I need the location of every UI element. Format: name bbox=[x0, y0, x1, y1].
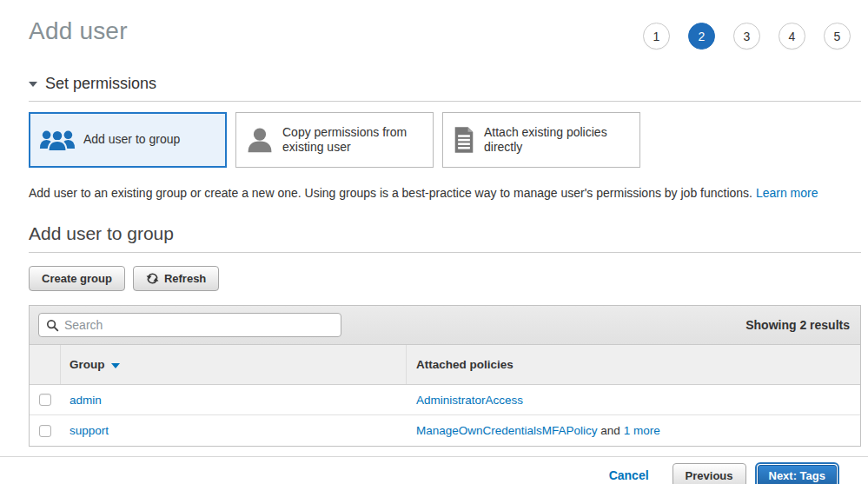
policies-cell: AdministratorAccess bbox=[407, 394, 860, 407]
section-description: Add user to an existing group or create … bbox=[29, 186, 839, 200]
learn-more-link[interactable]: Learn more bbox=[756, 186, 818, 200]
table-row-admin: admin AdministratorAccess bbox=[30, 385, 860, 415]
description-text: Add user to an existing group or create … bbox=[29, 186, 756, 200]
results-count: Showing 2 results bbox=[745, 318, 851, 332]
refresh-label: Refresh bbox=[164, 272, 206, 285]
next-tags-button-face: Next: Tags bbox=[758, 465, 838, 484]
table-filter-bar: Showing 2 results bbox=[30, 306, 860, 345]
row-checkbox[interactable] bbox=[39, 394, 51, 406]
refresh-button[interactable]: Refresh bbox=[133, 266, 219, 291]
table-header-row: Group Attached policies bbox=[30, 345, 860, 385]
policies-column-header: Attached policies bbox=[407, 345, 860, 384]
policies-joiner: and bbox=[598, 424, 624, 437]
group-actions: Create group Refresh bbox=[29, 266, 868, 291]
policy-link[interactable]: AdministratorAccess bbox=[416, 394, 523, 407]
create-group-button[interactable]: Create group bbox=[29, 266, 125, 291]
policies-column-label: Attached policies bbox=[416, 358, 514, 371]
previous-button[interactable]: Previous bbox=[673, 463, 746, 484]
group-column-label: Group bbox=[70, 358, 105, 371]
previous-label: Previous bbox=[686, 469, 733, 482]
row-checkbox-cell bbox=[30, 394, 61, 406]
cancel-link[interactable]: Cancel bbox=[609, 468, 649, 482]
row-checkbox[interactable] bbox=[39, 425, 51, 437]
option-label: Add user to group bbox=[83, 132, 180, 148]
group-cell: admin bbox=[61, 394, 407, 407]
page-title: Add user bbox=[29, 14, 128, 45]
refresh-icon bbox=[146, 272, 159, 285]
step-3: 3 bbox=[733, 23, 760, 50]
divider bbox=[29, 101, 861, 102]
option-copy-permissions[interactable]: Copy permissions from existing user bbox=[235, 112, 434, 168]
row-checkbox-cell bbox=[30, 425, 61, 437]
collapse-caret-icon bbox=[29, 82, 37, 87]
add-user-to-group-heading: Add user to group bbox=[29, 223, 868, 244]
search-input[interactable] bbox=[64, 314, 341, 336]
group-link[interactable]: admin bbox=[70, 394, 102, 407]
group-link[interactable]: support bbox=[70, 424, 109, 437]
more-policies-link[interactable]: 1 more bbox=[624, 424, 660, 437]
group-cell: support bbox=[61, 424, 407, 437]
wizard-footer: Cancel Previous Next: Tags bbox=[0, 457, 868, 484]
table-row-support: support ManageOwnCredentialsMFAPolicy an… bbox=[30, 415, 860, 446]
step-1: 1 bbox=[643, 23, 670, 50]
create-group-label: Create group bbox=[42, 272, 112, 285]
step-indicator: 1 2 3 4 5 bbox=[643, 14, 851, 50]
option-attach-policies[interactable]: Attach existing policies directly bbox=[442, 112, 640, 168]
option-label: Copy permissions from existing user bbox=[282, 125, 424, 156]
search-box[interactable] bbox=[38, 313, 341, 337]
user-group-icon bbox=[39, 127, 76, 154]
sort-desc-icon bbox=[111, 363, 120, 368]
policies-cell: ManageOwnCredentialsMFAPolicy and 1 more bbox=[407, 424, 860, 437]
search-icon bbox=[46, 319, 59, 332]
user-icon bbox=[245, 125, 275, 155]
divider bbox=[29, 252, 861, 253]
set-permissions-toggle[interactable]: Set permissions bbox=[29, 75, 868, 93]
option-add-user-to-group[interactable]: Add user to group bbox=[29, 112, 227, 168]
next-tags-button[interactable]: Next: Tags bbox=[755, 462, 840, 484]
step-2-active: 2 bbox=[688, 23, 715, 50]
set-permissions-heading: Set permissions bbox=[45, 75, 156, 93]
step-5: 5 bbox=[824, 23, 851, 50]
policy-link[interactable]: ManageOwnCredentialsMFAPolicy bbox=[416, 424, 598, 437]
groups-table-panel: Showing 2 results Group Attached policie… bbox=[29, 305, 861, 447]
document-icon bbox=[452, 126, 476, 154]
option-label: Attach existing policies directly bbox=[484, 125, 631, 156]
permission-option-cards: Add user to group Copy permissions from … bbox=[29, 112, 861, 168]
group-column-header[interactable]: Group bbox=[61, 345, 407, 384]
wizard-header: Add user 1 2 3 4 5 bbox=[0, 0, 868, 50]
step-4: 4 bbox=[779, 23, 805, 50]
select-all-column bbox=[30, 345, 61, 384]
